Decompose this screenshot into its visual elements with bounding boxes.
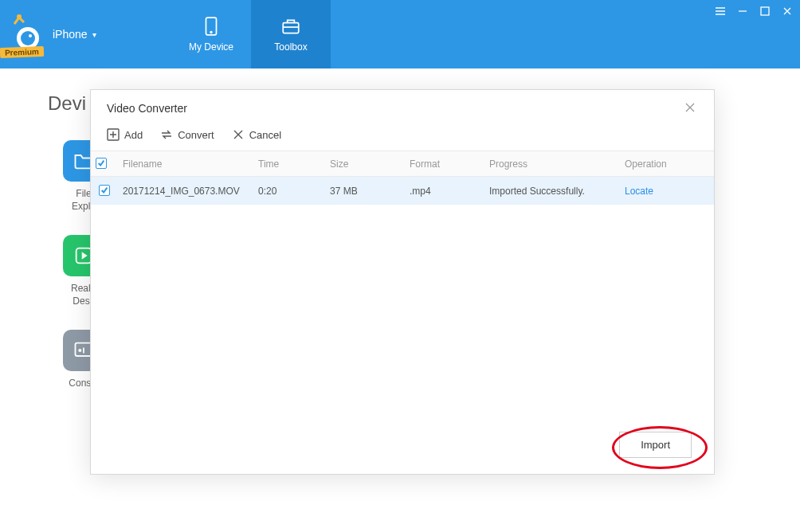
cancel-button[interactable]: Cancel xyxy=(232,128,281,141)
col-format[interactable]: Format xyxy=(405,151,484,177)
col-filename[interactable]: Filename xyxy=(118,151,253,177)
svg-rect-6 xyxy=(283,23,299,33)
files-table: Filename Time Size Format Progress Opera… xyxy=(91,151,714,205)
dialog-titlebar: Video Converter xyxy=(91,90,714,123)
device-label: iPhone xyxy=(53,28,88,41)
header-checkbox-cell xyxy=(91,151,118,177)
close-icon[interactable] xyxy=(684,101,698,115)
convert-icon xyxy=(160,128,173,141)
close-window-button[interactable] xyxy=(779,3,795,19)
button-label: Convert xyxy=(178,129,214,141)
convert-button[interactable]: Convert xyxy=(160,128,214,141)
svg-point-1 xyxy=(21,31,35,45)
dialog-title: Video Converter xyxy=(107,102,187,115)
device-selector[interactable]: iPhone ▾ xyxy=(53,28,96,41)
locate-link[interactable]: Locate xyxy=(625,186,653,197)
col-time[interactable]: Time xyxy=(253,151,325,177)
row-checkbox-cell xyxy=(91,177,118,205)
nav-label: Toolbox xyxy=(274,41,307,53)
tablet-icon xyxy=(201,16,222,37)
toolbox-icon xyxy=(280,16,301,37)
add-button[interactable]: Add xyxy=(107,128,143,141)
cell-filename: 20171214_IMG_0673.MOV xyxy=(118,177,253,205)
premium-badge: Premium xyxy=(0,46,44,58)
svg-point-2 xyxy=(29,34,32,37)
window-controls xyxy=(712,3,795,19)
nav-label: My Device xyxy=(189,41,233,53)
maximize-button[interactable] xyxy=(757,3,773,19)
button-label: Add xyxy=(124,129,143,141)
table-row[interactable]: 20171214_IMG_0673.MOV 0:20 37 MB .mp4 Im… xyxy=(91,177,714,205)
top-nav: My Device Toolbox xyxy=(171,0,331,68)
col-size[interactable]: Size xyxy=(325,151,405,177)
row-checkbox[interactable] xyxy=(99,185,110,196)
nav-my-device[interactable]: My Device xyxy=(171,0,251,68)
import-button[interactable]: Import xyxy=(619,432,692,458)
dialog-toolbar: Add Convert Cancel xyxy=(91,123,714,151)
x-icon xyxy=(232,128,245,141)
cell-format: .mp4 xyxy=(405,177,484,205)
svg-point-3 xyxy=(17,14,22,19)
cell-size: 37 MB xyxy=(325,177,405,205)
brand-area: Premium iPhone ▾ xyxy=(0,0,171,68)
button-label: Cancel xyxy=(249,129,281,141)
table-header-row: Filename Time Size Format Progress Opera… xyxy=(91,151,714,177)
dialog-footer: Import xyxy=(91,421,714,474)
nav-toolbox[interactable]: Toolbox xyxy=(251,0,331,68)
svg-point-10 xyxy=(79,350,80,351)
svg-rect-7 xyxy=(761,7,769,15)
menu-icon[interactable] xyxy=(712,3,728,19)
col-progress[interactable]: Progress xyxy=(484,151,620,177)
caret-down-icon: ▾ xyxy=(92,30,96,39)
select-all-checkbox[interactable] xyxy=(96,158,107,169)
cell-time: 0:20 xyxy=(253,177,325,205)
minimize-button[interactable] xyxy=(735,3,751,19)
app-header: Premium iPhone ▾ My Device Toolbox xyxy=(0,0,800,68)
svg-point-5 xyxy=(210,32,212,33)
video-converter-dialog: Video Converter Add Convert Cancel xyxy=(90,89,715,475)
col-operation[interactable]: Operation xyxy=(620,151,714,177)
plus-icon xyxy=(107,128,120,141)
cell-progress: Imported Successfully. xyxy=(484,177,620,205)
